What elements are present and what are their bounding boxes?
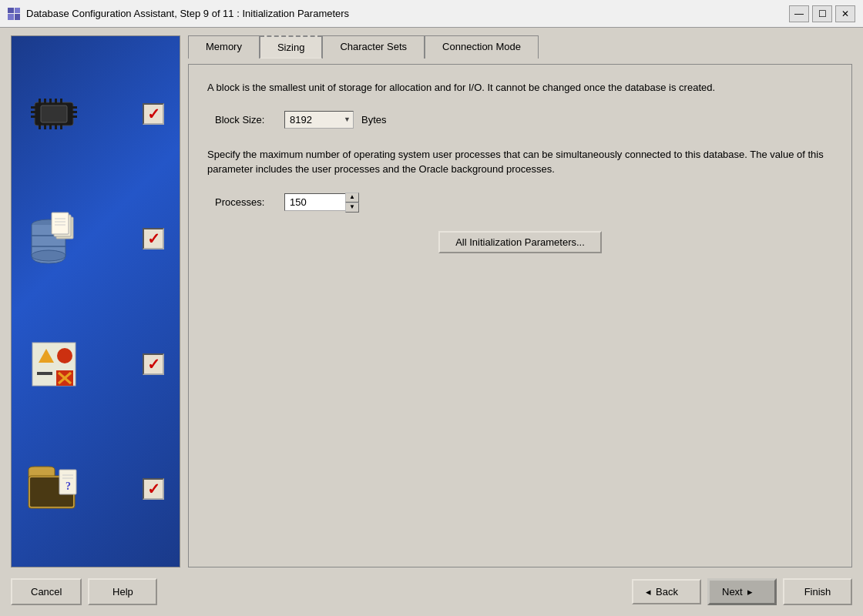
svg-rect-13 bbox=[44, 125, 46, 129]
checkmark-1: ✓ bbox=[147, 106, 160, 122]
chip-icon-container bbox=[27, 87, 81, 141]
block-size-select-wrapper: 8192 4096 16384 32768 bbox=[284, 111, 354, 129]
finish-button[interactable]: Finish bbox=[783, 578, 852, 605]
svg-text:?: ? bbox=[65, 480, 71, 492]
close-button[interactable]: ✕ bbox=[835, 5, 855, 22]
maximize-button[interactable]: ☐ bbox=[812, 5, 832, 22]
bottom-action: All Initialization Parameters... bbox=[207, 231, 833, 253]
svg-rect-6 bbox=[72, 116, 77, 118]
spinner-buttons: ▲ ▼ bbox=[345, 192, 359, 213]
folder-icon: ? bbox=[27, 464, 81, 514]
svg-rect-3 bbox=[31, 116, 35, 118]
spinner-down[interactable]: ▼ bbox=[345, 203, 359, 213]
titlebar: Database Configuration Assistant, Step 9… bbox=[0, 0, 863, 28]
help-button[interactable]: Help bbox=[88, 578, 157, 605]
svg-rect-8 bbox=[44, 99, 46, 103]
icon-row-4: ? ✓ bbox=[19, 462, 172, 516]
next-label: Next bbox=[722, 586, 743, 598]
processes-input[interactable] bbox=[284, 193, 346, 211]
svg-rect-15 bbox=[55, 125, 57, 129]
window-body: ✓ bbox=[0, 28, 863, 616]
block-size-select[interactable]: 8192 4096 16384 32768 bbox=[284, 111, 354, 129]
svg-rect-14 bbox=[49, 125, 52, 129]
checkbox-2[interactable]: ✓ bbox=[143, 228, 164, 249]
tab-connection-mode[interactable]: Connection Mode bbox=[425, 35, 539, 59]
block-size-label: Block Size: bbox=[215, 114, 277, 126]
next-button[interactable]: Next ▸ bbox=[707, 578, 777, 605]
app-icon bbox=[8, 8, 20, 20]
svg-rect-4 bbox=[72, 106, 77, 109]
icon-row-3: ✓ bbox=[19, 337, 172, 391]
next-arrow: ▸ bbox=[747, 586, 753, 598]
tab-sizing[interactable]: Sizing bbox=[260, 35, 322, 59]
barrel-doc-icon-container bbox=[27, 212, 81, 266]
processes-label: Processes: bbox=[215, 196, 277, 208]
footer-left: Cancel Help bbox=[11, 578, 157, 605]
svg-rect-10 bbox=[55, 99, 57, 103]
svg-rect-12 bbox=[39, 125, 41, 129]
minimize-button[interactable]: — bbox=[789, 5, 809, 22]
processes-row: Processes: ▲ ▼ bbox=[207, 192, 833, 213]
content-panel: A block is the smallest unit of storage … bbox=[188, 64, 852, 567]
tab-character-sets[interactable]: Character Sets bbox=[322, 35, 425, 59]
svg-rect-7 bbox=[39, 99, 41, 103]
icon-row-2: ✓ bbox=[19, 212, 172, 266]
footer-right: ◂ Back Next ▸ Finish bbox=[632, 578, 852, 605]
checkbox-3[interactable]: ✓ bbox=[143, 353, 164, 375]
svg-rect-1 bbox=[31, 106, 35, 109]
window-controls: — ☐ ✕ bbox=[789, 5, 855, 22]
all-init-params-button[interactable]: All Initialization Parameters... bbox=[438, 231, 602, 253]
svg-rect-16 bbox=[60, 125, 62, 129]
svg-point-20 bbox=[32, 250, 65, 261]
tabs-container: Memory Sizing Character Sets Connection … bbox=[188, 35, 852, 59]
barrel-doc-icon bbox=[27, 211, 81, 266]
content-row: ✓ bbox=[11, 35, 852, 567]
svg-rect-25 bbox=[52, 213, 69, 234]
block-description: A block is the smallest unit of storage … bbox=[207, 80, 833, 95]
checkmark-4: ✓ bbox=[147, 481, 160, 497]
spinner-up[interactable]: ▲ bbox=[345, 192, 359, 203]
right-panel: Memory Sizing Character Sets Connection … bbox=[188, 35, 852, 567]
svg-rect-9 bbox=[49, 99, 52, 103]
shapes-icon bbox=[31, 341, 77, 387]
window-title: Database Configuration Assistant, Step 9… bbox=[26, 8, 349, 19]
checkbox-1[interactable]: ✓ bbox=[143, 103, 164, 125]
svg-rect-5 bbox=[72, 111, 77, 113]
folder-icon-container: ? bbox=[27, 462, 81, 516]
block-size-row: Block Size: 8192 4096 16384 32768 Bytes bbox=[207, 111, 833, 129]
processes-description: Specify the maximum number of operating … bbox=[207, 147, 833, 177]
svg-rect-2 bbox=[31, 111, 35, 113]
checkbox-4[interactable]: ✓ bbox=[143, 478, 164, 500]
svg-point-31 bbox=[57, 348, 72, 363]
checkmark-3: ✓ bbox=[147, 357, 160, 372]
tab-memory[interactable]: Memory bbox=[188, 35, 260, 59]
svg-rect-17 bbox=[41, 105, 67, 122]
left-panel: ✓ bbox=[11, 35, 180, 567]
block-size-unit: Bytes bbox=[361, 114, 387, 126]
footer: Cancel Help ◂ Back Next ▸ Finish bbox=[11, 575, 852, 608]
icon-row-1: ✓ bbox=[19, 87, 172, 141]
titlebar-left: Database Configuration Assistant, Step 9… bbox=[8, 8, 349, 20]
back-button[interactable]: ◂ Back bbox=[632, 579, 701, 604]
chip-icon bbox=[27, 95, 81, 133]
back-label: Back bbox=[656, 586, 678, 598]
processes-spinner: ▲ ▼ bbox=[284, 192, 359, 213]
shapes-icon-container bbox=[27, 337, 81, 391]
svg-rect-32 bbox=[37, 372, 52, 375]
checkmark-2: ✓ bbox=[147, 231, 160, 246]
svg-rect-11 bbox=[60, 99, 62, 103]
back-arrow: ◂ bbox=[646, 586, 651, 598]
cancel-button[interactable]: Cancel bbox=[11, 578, 82, 605]
